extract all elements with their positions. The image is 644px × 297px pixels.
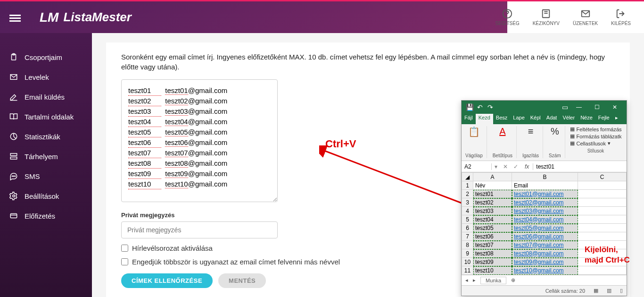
sheet-tab[interactable]: Munka xyxy=(480,277,506,284)
excel-close-icon[interactable]: ✕ xyxy=(606,104,624,110)
row-number[interactable]: 4 xyxy=(462,207,473,215)
excel-tab[interactable]: Kezd xyxy=(476,114,493,124)
cell[interactable]: teszt01@gmail.com xyxy=(512,190,578,198)
private-note-input[interactable] xyxy=(121,221,278,238)
sheet-nav-next-icon[interactable]: ▸ xyxy=(473,277,476,283)
cell[interactable]: teszt10@gmail.com xyxy=(512,266,578,275)
excel-tab[interactable]: Adat xyxy=(544,114,560,124)
row-number[interactable]: 3 xyxy=(462,198,473,207)
view-normal-icon[interactable]: ▦ xyxy=(594,288,598,294)
row-number[interactable]: 9 xyxy=(462,249,473,258)
sidebar-item-content[interactable]: Tartalmi oldalak xyxy=(0,107,92,127)
cell[interactable]: teszt03@gmail.com xyxy=(512,207,578,215)
ribbon-group-number[interactable]: %Szám xyxy=(548,126,565,158)
row-number[interactable]: 11 xyxy=(462,266,473,275)
excel-formula-value[interactable]: teszt01 xyxy=(533,163,627,170)
sidebar-item-storage[interactable]: Tárhelyem xyxy=(0,146,92,166)
excel-ribbon-options-icon[interactable]: ▭ xyxy=(560,102,570,112)
column-header[interactable]: C xyxy=(578,173,627,181)
excel-tab[interactable]: Képl xyxy=(528,114,544,124)
cell[interactable]: teszt03 xyxy=(473,207,512,215)
row-number[interactable]: 6 xyxy=(462,224,473,232)
cell[interactable]: teszt07 xyxy=(473,241,512,249)
row-number[interactable]: 7 xyxy=(462,232,473,241)
sidebar-item-label: Csoportjaim xyxy=(25,53,62,61)
select-all-cell[interactable]: ◢ xyxy=(462,173,473,181)
cell[interactable]: teszt01 xyxy=(473,190,512,198)
sidebar-item-label: Statisztikák xyxy=(25,133,60,141)
excel-undo-icon[interactable]: ↶ xyxy=(475,102,485,112)
cell[interactable] xyxy=(578,215,627,224)
cell[interactable]: teszt08 xyxy=(473,249,512,258)
sidebar-item-settings[interactable]: Beállítások xyxy=(0,186,92,206)
cell[interactable]: teszt07@gmail.com xyxy=(512,241,578,249)
row-number[interactable]: 1 xyxy=(462,181,473,190)
messages-button[interactable]: ÜZENETEK xyxy=(573,8,598,26)
excel-tab[interactable]: Néze xyxy=(578,114,595,124)
excel-tab[interactable]: Fájl xyxy=(462,114,476,124)
cell[interactable] xyxy=(578,224,627,232)
row-number[interactable]: 5 xyxy=(462,215,473,224)
excel-minimize-icon[interactable]: — xyxy=(570,104,588,110)
excel-tab[interactable]: Véler xyxy=(560,114,578,124)
row-number[interactable]: 2 xyxy=(462,190,473,198)
sidebar-item-groups[interactable]: Csoportjaim xyxy=(0,47,92,67)
logout-button[interactable]: KILÉPÉS xyxy=(611,8,631,26)
cell[interactable]: Név xyxy=(473,181,512,190)
cell[interactable]: teszt05 xyxy=(473,224,512,232)
ribbon-group-styles[interactable]: ▦Feltételes formázás ▦Formázás táblázatk… xyxy=(570,126,622,153)
row-number[interactable]: 10 xyxy=(462,258,473,266)
column-header[interactable]: A xyxy=(473,173,512,181)
cell[interactable]: teszt02@gmail.com xyxy=(512,198,578,207)
cell[interactable]: teszt06@gmail.com xyxy=(512,232,578,241)
sidebar-item-subscription[interactable]: Előfizetés xyxy=(0,206,92,226)
save-button[interactable]: MENTÉS xyxy=(218,273,266,288)
excel-tab[interactable]: Lape xyxy=(510,114,527,124)
excel-name-box[interactable]: A2 xyxy=(462,163,492,170)
cell[interactable] xyxy=(578,190,627,198)
cell[interactable]: teszt06 xyxy=(473,232,512,241)
cell[interactable] xyxy=(578,207,627,215)
cell[interactable] xyxy=(578,232,627,241)
allow-duplicates-checkbox[interactable] xyxy=(121,258,128,265)
email-list-textarea[interactable]: teszt01 teszt01@gmail.comteszt02 teszt02… xyxy=(121,79,278,202)
check-addresses-button[interactable]: CÍMEK ELLENŐRZÉSE xyxy=(121,273,213,288)
activate-newsletter-checkbox[interactable] xyxy=(121,245,128,252)
cell[interactable] xyxy=(578,266,627,275)
cell[interactable]: teszt05@gmail.com xyxy=(512,224,578,232)
brand-name: ListaMester xyxy=(63,10,132,25)
sidebar-item-stats[interactable]: Statisztikák xyxy=(0,127,92,146)
cell[interactable]: teszt09 xyxy=(473,258,512,266)
excel-tab[interactable]: Besz xyxy=(493,114,510,124)
cell[interactable] xyxy=(578,198,627,207)
fx-icon[interactable]: fx xyxy=(521,163,533,170)
help-button[interactable]: SEGÍTSÉG xyxy=(495,8,520,26)
ribbon-group-font[interactable]: ABetűtípus xyxy=(492,126,517,158)
cell[interactable]: teszt04 xyxy=(473,215,512,224)
cell[interactable]: teszt10 xyxy=(473,266,512,275)
cell[interactable]: teszt02 xyxy=(473,198,512,207)
cell[interactable]: teszt08@gmail.com xyxy=(512,249,578,258)
sidebar-item-sms[interactable]: SMS xyxy=(0,166,92,186)
excel-save-icon[interactable]: 💾 xyxy=(464,102,475,112)
sidebar-item-letters[interactable]: Levelek xyxy=(0,67,92,87)
cell[interactable]: teszt09@gmail.com xyxy=(512,258,578,266)
excel-redo-icon[interactable]: ↷ xyxy=(485,102,495,112)
cell[interactable]: teszt04@gmail.com xyxy=(512,215,578,224)
sheet-nav-prev-icon[interactable]: ◂ xyxy=(465,277,468,283)
ribbon-group-clipboard[interactable]: 📋Vágólap xyxy=(464,126,487,158)
ribbon-group-align[interactable]: ≡Igazítás xyxy=(521,126,543,158)
handbook-button[interactable]: KÉZIKÖNYV xyxy=(533,8,560,26)
hamburger-icon[interactable] xyxy=(9,13,21,22)
cell[interactable]: Email xyxy=(512,181,578,190)
view-break-icon[interactable]: ▯ xyxy=(620,288,623,294)
row-number[interactable]: 8 xyxy=(462,241,473,249)
column-header[interactable]: B xyxy=(512,173,578,181)
sidebar-item-send[interactable]: Email küldés xyxy=(0,87,92,107)
cell[interactable] xyxy=(578,181,627,190)
excel-tab[interactable]: Fejle xyxy=(595,114,612,124)
excel-tabs-more-icon[interactable]: ▸ xyxy=(612,114,621,124)
excel-maximize-icon[interactable]: ☐ xyxy=(588,104,606,110)
sheet-add-icon[interactable]: ⊕ xyxy=(511,277,515,283)
view-layout-icon[interactable]: ▥ xyxy=(607,288,611,294)
